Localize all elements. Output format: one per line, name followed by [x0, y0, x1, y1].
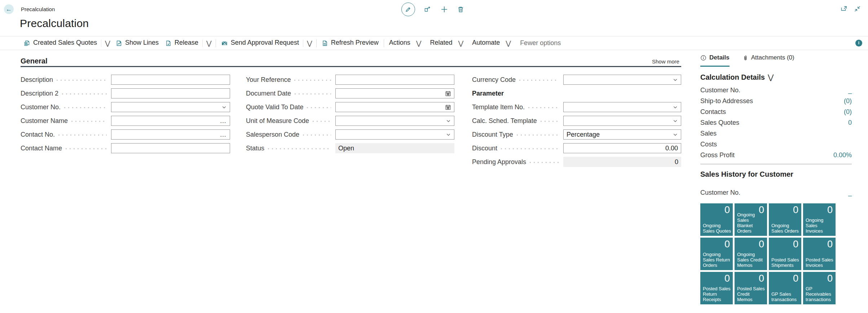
pending-approvals-label: Pending Approvals: [472, 158, 526, 166]
fact-row-costs: Costs: [700, 139, 852, 150]
release-label: Release: [175, 39, 198, 47]
chevron-down-icon: ⋁: [414, 39, 424, 47]
chevron-down-icon[interactable]: [446, 118, 451, 124]
tile-posted-sales-invoices[interactable]: 0 Posted Sales Invoices: [803, 238, 836, 270]
customer-name-input[interactable]: …: [111, 116, 230, 126]
currency-code-input[interactable]: [563, 75, 681, 85]
refresh-preview-icon: [322, 40, 328, 47]
customer-name-label: Customer Name: [21, 117, 68, 125]
lookup-ellipsis-icon[interactable]: …: [220, 119, 227, 123]
sales-history-tiles: 0 Ongoing Sales Quotes 0 Ongoing Sales B…: [700, 203, 837, 304]
back-button[interactable]: ←: [4, 4, 14, 14]
chevron-down-icon[interactable]: [673, 118, 678, 124]
field-row-unit-of-measure-code: Unit of Measure Code: [246, 116, 454, 126]
customer-no-input[interactable]: [111, 102, 230, 112]
actions-menu[interactable]: Actions ⋁: [386, 39, 427, 47]
discount-type-select[interactable]: Percentage: [563, 129, 681, 140]
toolbar-divider: [384, 39, 384, 47]
fewer-options-button[interactable]: Fewer options: [516, 39, 564, 47]
collapse-window-button[interactable]: [854, 5, 861, 12]
pending-approvals-value: 0: [563, 157, 681, 167]
sales-history-customer-no-value[interactable]: _: [848, 189, 852, 197]
created-sales-quotes-dropdown[interactable]: ⋁: [103, 39, 113, 47]
window-actions: [841, 5, 861, 12]
salesperson-code-input[interactable]: [335, 129, 454, 140]
chevron-down-icon[interactable]: ⋁: [768, 73, 774, 81]
release-dropdown[interactable]: ⋁: [204, 39, 214, 47]
dotted-leader: [313, 121, 331, 122]
chevron-down-icon[interactable]: [673, 105, 678, 110]
refresh-preview-button[interactable]: Refresh Preview: [318, 39, 382, 47]
unit-of-measure-code-input[interactable]: [335, 116, 454, 126]
chevron-down-icon[interactable]: [673, 77, 678, 83]
description-input[interactable]: [111, 75, 230, 85]
chevron-down-icon[interactable]: [446, 132, 451, 137]
automate-menu[interactable]: Automate ⋁: [469, 39, 516, 47]
share-button[interactable]: [424, 5, 432, 13]
tab-details-label: Details: [709, 54, 730, 61]
template-item-no-input[interactable]: [563, 102, 681, 112]
description-2-input[interactable]: [111, 88, 230, 98]
dotted-leader: [295, 93, 331, 94]
lookup-ellipsis-icon[interactable]: …: [220, 133, 227, 136]
discount-type-label: Discount Type: [472, 131, 513, 138]
tile-gp-receivables-transactions[interactable]: 0 GP Receivables transactions: [803, 272, 836, 304]
quote-valid-to-date-input[interactable]: [335, 102, 454, 112]
tile-ongoing-sales-quotes[interactable]: 0 Ongoing Sales Quotes: [700, 203, 733, 236]
created-sales-quotes-button[interactable]: Created Sales Quotes: [21, 39, 100, 47]
created-sales-quotes-label: Created Sales Quotes: [33, 39, 97, 47]
discount-input[interactable]: 0.00: [563, 143, 681, 153]
dotted-leader: [541, 121, 559, 122]
related-menu[interactable]: Related ⋁: [427, 39, 469, 47]
field-row-description-2: Description 2: [21, 88, 230, 98]
discount-type-value: Percentage: [567, 131, 673, 138]
dotted-leader: [519, 80, 559, 81]
chevron-down-icon[interactable]: [221, 105, 227, 110]
automate-label: Automate: [472, 39, 500, 47]
release-button[interactable]: Release: [162, 39, 202, 47]
info-icon[interactable]: i: [855, 40, 862, 47]
general-section-title[interactable]: General: [21, 57, 47, 65]
document-date-input[interactable]: [335, 88, 454, 98]
show-lines-button[interactable]: Show Lines: [113, 39, 162, 47]
tab-attachments[interactable]: Attachments (0): [743, 54, 794, 67]
tile-posted-sales-credit-memos[interactable]: 0 Posted Sales Credit Memos: [735, 272, 767, 304]
general-column-2: Your Reference Document Date Quote Valid…: [246, 75, 454, 153]
contacts-value-link[interactable]: (0): [844, 108, 852, 116]
paperclip-icon: [743, 55, 748, 61]
tile-ongoing-sales-credit-memos[interactable]: 0 Ongoing Sales Credit Memos: [735, 238, 767, 270]
tile-posted-sales-return-receipts[interactable]: 0 Posted Sales Return Receipts: [700, 272, 733, 304]
tile-ongoing-sales-return-orders[interactable]: 0 Ongoing Sales Return Orders: [700, 238, 733, 270]
contact-name-input[interactable]: [111, 143, 230, 153]
sales-quotes-value-link[interactable]: 0: [848, 119, 852, 127]
parameter-group-heading: Parameter: [472, 90, 504, 97]
field-row-customer-name: Customer Name …: [21, 116, 230, 126]
new-button[interactable]: [440, 5, 448, 13]
send-approval-request-dropdown[interactable]: ⋁: [305, 39, 314, 47]
ship-to-addresses-value-link[interactable]: (0): [844, 97, 852, 105]
split-divider: [202, 40, 203, 47]
tab-details[interactable]: Details: [700, 54, 730, 67]
delete-button[interactable]: [457, 6, 464, 13]
calendar-icon[interactable]: [445, 104, 451, 110]
tile-ongoing-sales-orders[interactable]: 0 Ongoing Sales Orders: [769, 203, 801, 236]
open-in-new-window-button[interactable]: [841, 5, 847, 12]
your-reference-input[interactable]: [335, 75, 454, 85]
calc-sched-template-input[interactable]: [563, 116, 681, 126]
tile-ongoing-sales-invoices[interactable]: 0 Ongoing Sales Invoices: [803, 203, 836, 236]
your-reference-label: Your Reference: [246, 76, 291, 84]
factbox-divider: [700, 164, 852, 164]
gross-profit-value-link[interactable]: 0.00%: [833, 151, 852, 159]
edit-button[interactable]: [401, 3, 415, 16]
show-more-link[interactable]: Show more: [652, 58, 679, 65]
customer-no-value-link[interactable]: _: [848, 87, 852, 94]
document-date-label: Document Date: [246, 90, 291, 97]
contact-no-input[interactable]: …: [111, 129, 230, 140]
calendar-icon[interactable]: [445, 91, 451, 97]
send-approval-request-button[interactable]: Send Approval Request: [218, 39, 302, 47]
tile-ongoing-sales-blanket-orders[interactable]: 0 Ongoing Sales Blanket Orders: [735, 203, 767, 236]
chevron-down-icon[interactable]: [673, 132, 678, 137]
tile-posted-sales-shipments[interactable]: 0 Posted Sales Shipments: [769, 238, 801, 270]
tile-gp-sales-transactions[interactable]: 0 GP Sales transactions: [769, 272, 801, 304]
breadcrumb[interactable]: Precalculation: [21, 6, 55, 12]
